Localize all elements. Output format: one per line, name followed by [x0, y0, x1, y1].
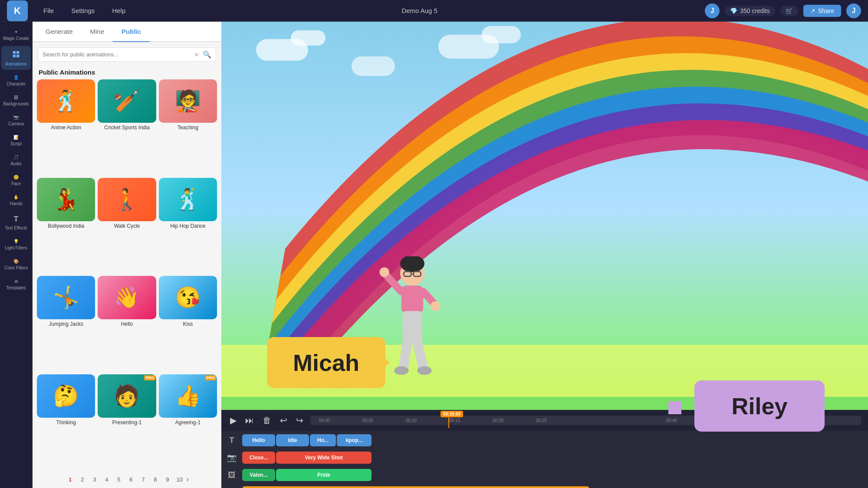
sidebar-item-light-filters[interactable]: 💡 Light Filters: [1, 236, 31, 254]
credits-icon: 💎: [730, 7, 737, 14]
page-8[interactable]: 8: [150, 474, 161, 485]
main-layout: ✦ Magic Create Animations 👤 Character 🖼 …: [0, 22, 868, 488]
anim-figure-jumping: 🤸: [53, 287, 79, 308]
sidebar-item-character[interactable]: 👤 Character: [1, 72, 31, 90]
templates-icon: ⊞: [14, 279, 18, 284]
anim-figure-bollywood: 💃: [53, 189, 79, 210]
menu-file[interactable]: File: [35, 0, 62, 22]
menu-help[interactable]: Help: [103, 0, 134, 22]
tab-generate[interactable]: Generate: [37, 22, 82, 42]
track-seg-hello[interactable]: Hello: [242, 434, 275, 446]
anim-cricket[interactable]: 🏏 Cricket Sports India: [98, 79, 156, 175]
anim-thumb-jumping: 🤸: [37, 276, 95, 319]
tab-mine[interactable]: Mine: [82, 22, 113, 42]
anim-label-hiphop: Hip Hop Dance: [169, 221, 206, 232]
anim-bollywood[interactable]: 💃 Bollywood India: [37, 178, 95, 274]
sidebar-item-magic-create[interactable]: ✦ Magic Create: [1, 26, 31, 44]
sidebar-item-face[interactable]: 😊 Face: [1, 171, 31, 190]
anim-thinking[interactable]: 🤔 Thinking: [37, 374, 95, 470]
anim-hello[interactable]: 👋 Hello: [98, 276, 156, 372]
search-input[interactable]: [43, 51, 191, 58]
anim-thumb-hiphop: 🕺: [159, 178, 217, 221]
redo-button[interactable]: ↪: [294, 413, 305, 427]
page-7[interactable]: 7: [138, 474, 148, 485]
track-seg-verywide[interactable]: Very Wide Shot: [276, 452, 372, 464]
anim-thumb-walk: 🚶: [98, 178, 156, 221]
user-avatar[interactable]: J: [705, 3, 720, 18]
anim-anime-action[interactable]: 🕺 Anime Action: [37, 79, 95, 175]
track-seg-idle[interactable]: Idle: [276, 434, 309, 446]
anim-presenting[interactable]: 🧑 PRO Presenting-1: [98, 374, 156, 470]
ruler-time-20: 00:20: [493, 418, 503, 423]
page-1[interactable]: 1: [65, 474, 76, 485]
undo-button[interactable]: ↩: [278, 413, 289, 427]
share-label: Share: [818, 7, 834, 14]
page-4[interactable]: 4: [102, 474, 112, 485]
app-logo[interactable]: K: [7, 0, 28, 21]
hands-icon: ✋: [13, 195, 19, 200]
sidebar-label-audio: Audio: [10, 161, 22, 166]
cart-icon[interactable]: 🛒: [780, 6, 798, 16]
svg-rect-9: [401, 285, 423, 313]
backgrounds-icon: 🖼: [14, 95, 18, 100]
page-3[interactable]: 3: [89, 474, 100, 485]
sidebar-label-light-filters: Light Filters: [5, 246, 27, 250]
anim-agreeing[interactable]: 👍 PRO Agreeing-1: [159, 374, 217, 470]
page-5[interactable]: 5: [114, 474, 124, 485]
anim-label-agreeing: Agreeing-1: [174, 418, 201, 428]
sidebar-item-audio[interactable]: 🎵 Audio: [1, 151, 31, 170]
sidebar-item-animations[interactable]: Animations: [1, 46, 31, 70]
anim-label-presenting: Presenting-1: [111, 418, 142, 428]
sidebar-item-templates[interactable]: ⊞ Templates: [1, 275, 31, 294]
anim-figure-agreeing: 👍: [175, 386, 201, 406]
track-row-2: 📷 Close... Very Wide Shot: [221, 450, 868, 465]
track-seg-audio[interactable]: [242, 486, 589, 488]
sidebar-item-camera[interactable]: 📷 Camera: [1, 111, 31, 130]
light-filters-icon: 💡: [13, 239, 19, 244]
sidebar-item-text-effects[interactable]: T Text Effects: [1, 211, 31, 234]
anim-figure-hiphop: 🕺: [175, 189, 201, 210]
user-profile[interactable]: J: [846, 3, 861, 18]
play-button[interactable]: ▶: [228, 413, 238, 427]
anim-jumping[interactable]: 🤸 Jumping Jacks: [37, 276, 95, 372]
skip-button[interactable]: ⏭: [243, 414, 256, 427]
page-next[interactable]: ›: [187, 475, 189, 483]
track-seg-ho[interactable]: Ho...: [310, 434, 336, 446]
anim-kiss[interactable]: 😘 Kiss: [159, 276, 217, 372]
sidebar-label-character: Character: [7, 82, 26, 86]
viewport: Micah Riley ▶ ⏭ 🗑 ↩ ↪ 00:00 00:05: [221, 22, 868, 488]
search-clear-icon[interactable]: ✕: [194, 51, 199, 58]
track-seg-valen[interactable]: Valen...: [242, 469, 275, 481]
svg-rect-2: [13, 55, 16, 57]
tab-public[interactable]: Public: [113, 22, 150, 42]
sidebar-item-backgrounds[interactable]: 🖼 Backgrounds: [1, 92, 31, 110]
camera-icon: 📷: [13, 115, 19, 120]
anim-figure-thinking: 🤔: [53, 386, 79, 406]
credits-badge: 💎 350 credits: [725, 6, 775, 16]
anim-figure-hello: 👋: [114, 287, 140, 308]
anim-thumb-hello: 👋: [98, 276, 156, 319]
sidebar-item-script[interactable]: 📝 Script: [1, 131, 31, 150]
page-6[interactable]: 6: [126, 474, 136, 485]
riley-tooltip: Riley: [694, 380, 825, 432]
anim-figure-walk: 🚶: [114, 189, 140, 210]
delete-button[interactable]: 🗑: [261, 414, 273, 427]
anim-walk[interactable]: 🚶 Walk Cycle: [98, 178, 156, 274]
animations-panel: Generate Mine Public ✕ 🔍 Public Animatio…: [33, 22, 221, 488]
page-9[interactable]: 9: [162, 474, 173, 485]
sidebar-item-hands[interactable]: ✋ Hands: [1, 191, 31, 210]
anim-hiphop[interactable]: 🕺 Hip Hop Dance: [159, 178, 217, 274]
anim-figure-anime-action: 🕺: [53, 91, 79, 111]
track-seg-close[interactable]: Close...: [242, 452, 275, 464]
anim-figure-cricket: 🏏: [114, 91, 140, 111]
page-2[interactable]: 2: [77, 474, 88, 485]
track-seg-pride[interactable]: Pride: [276, 469, 372, 481]
share-button[interactable]: ↗ Share: [803, 5, 841, 17]
menu-settings[interactable]: Settings: [62, 0, 103, 22]
search-icon[interactable]: 🔍: [203, 50, 211, 59]
sidebar-item-color-filters[interactable]: 🎨 Color Filters: [1, 255, 31, 274]
anim-label-bollywood: Bollywood India: [47, 221, 85, 232]
page-10[interactable]: 10: [174, 474, 185, 485]
anim-teaching[interactable]: 🧑‍🏫 Teaching: [159, 79, 217, 175]
track-seg-kpop[interactable]: kpop...: [337, 434, 372, 446]
